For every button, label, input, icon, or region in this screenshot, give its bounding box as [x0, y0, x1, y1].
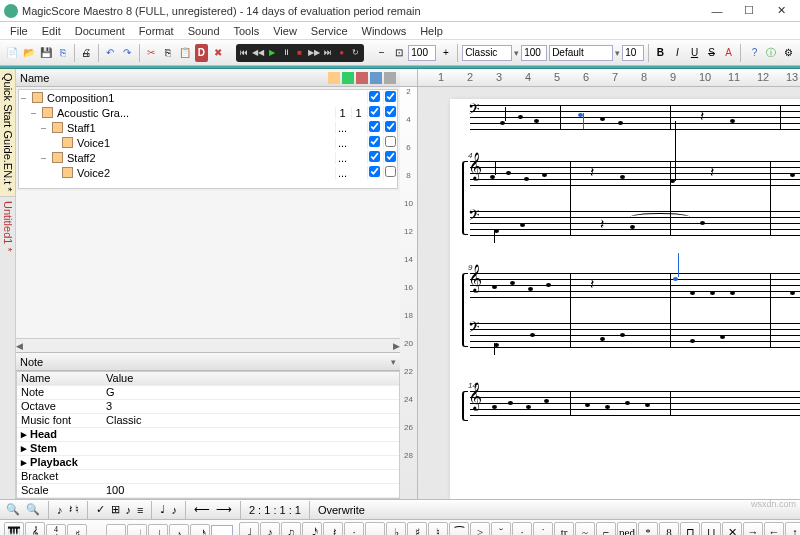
- menu-sound[interactable]: Sound: [182, 24, 226, 38]
- palette-button[interactable]: ·: [512, 522, 532, 535]
- print-button[interactable]: 🖨: [79, 44, 94, 62]
- open-button[interactable]: 📂: [21, 44, 36, 62]
- palette-button[interactable]: ♪: [260, 522, 280, 535]
- italic-button[interactable]: I: [670, 44, 685, 62]
- undo-button[interactable]: ↶: [103, 44, 118, 62]
- time-sig-button[interactable]: 44: [46, 524, 66, 535]
- record-button[interactable]: ●: [335, 45, 349, 61]
- stop-button[interactable]: ■: [293, 45, 307, 61]
- tree-row[interactable]: –Staff1...: [19, 120, 397, 135]
- copy-button[interactable]: ⎘: [161, 44, 176, 62]
- menu-help[interactable]: Help: [414, 24, 449, 38]
- tree-tool4-icon[interactable]: [370, 72, 382, 84]
- tab-quickstart[interactable]: Quick Start Guide.EN.t *: [0, 69, 15, 197]
- help-button[interactable]: ?: [747, 44, 762, 62]
- tab-untitled[interactable]: Untitled1 *: [0, 197, 15, 256]
- key-sig-button[interactable]: ♯: [67, 524, 87, 535]
- chevron-down-icon[interactable]: ▾: [391, 357, 396, 367]
- tree-row[interactable]: –Acoustic Gra...11: [19, 105, 397, 120]
- settings-button[interactable]: ⚙: [781, 44, 796, 62]
- property-row[interactable]: Octave3: [17, 400, 399, 414]
- score-page[interactable]: 𝄢 𝄽 4: [450, 99, 800, 499]
- info-button[interactable]: ⓘ: [764, 44, 779, 62]
- play-button[interactable]: ▶: [265, 45, 279, 61]
- palette-button[interactable]: >: [470, 522, 490, 535]
- font-select[interactable]: [549, 45, 613, 61]
- quarter-note-button[interactable]: ♩: [148, 524, 168, 535]
- sixteenth-note-button[interactable]: 𝅘𝅥𝅯: [190, 524, 210, 535]
- piano-icon[interactable]: 🎹: [4, 522, 24, 535]
- tree-tool3-icon[interactable]: [356, 72, 368, 84]
- property-row[interactable]: Music fontClassic: [17, 414, 399, 428]
- treble-clef-button[interactable]: 𝄞: [25, 522, 45, 535]
- palette-button[interactable]: ♩: [239, 522, 259, 535]
- whole-note-button[interactable]: 𝅝: [106, 524, 126, 535]
- menu-view[interactable]: View: [267, 24, 303, 38]
- palette-button[interactable]: →: [743, 522, 763, 535]
- menu-file[interactable]: File: [4, 24, 34, 38]
- tree-row[interactable]: –Staff2...: [19, 150, 397, 165]
- zoom-out-button[interactable]: −: [374, 44, 389, 62]
- minimize-button[interactable]: —: [702, 2, 732, 20]
- underline-button[interactable]: U: [687, 44, 702, 62]
- rewind-start-button[interactable]: ⏮: [237, 45, 251, 61]
- palette-button[interactable]: ⊓: [680, 522, 700, 535]
- palette-button[interactable]: ⌐: [596, 522, 616, 535]
- palette-button[interactable]: ♯: [407, 522, 427, 535]
- palette-button[interactable]: ♮: [428, 522, 448, 535]
- color-a-button[interactable]: A: [721, 44, 736, 62]
- forward-button[interactable]: ▶▶: [307, 45, 321, 61]
- palette-button[interactable]: ~: [575, 522, 595, 535]
- chevron-down-icon[interactable]: ▾: [514, 48, 519, 58]
- delete-button[interactable]: ✖: [210, 44, 225, 62]
- menu-service[interactable]: Service: [305, 24, 354, 38]
- tree-tool2-icon[interactable]: [342, 72, 354, 84]
- palette-button[interactable]: ped: [617, 522, 637, 535]
- palette-button[interactable]: ←: [764, 522, 784, 535]
- redo-button[interactable]: ↷: [120, 44, 135, 62]
- tree-row[interactable]: Voice2...: [19, 165, 397, 180]
- mode-d-button[interactable]: D: [195, 44, 208, 62]
- tree-hscroll[interactable]: ◀▶: [16, 338, 400, 352]
- forward-end-button[interactable]: ⏭: [321, 45, 335, 61]
- zoom-in-button[interactable]: +: [438, 44, 453, 62]
- style-select[interactable]: [462, 45, 512, 61]
- saveall-button[interactable]: ⎘: [55, 44, 70, 62]
- tree-tool1-icon[interactable]: [328, 72, 340, 84]
- palette-button[interactable]: tr: [554, 522, 574, 535]
- palette-button[interactable]: ⊔: [701, 522, 721, 535]
- zoom-input[interactable]: [408, 45, 436, 61]
- menu-edit[interactable]: Edit: [36, 24, 67, 38]
- menu-format[interactable]: Format: [133, 24, 180, 38]
- style-pct-input[interactable]: [521, 45, 547, 61]
- drum-num-input[interactable]: [211, 525, 233, 536]
- palette-button[interactable]: ✕: [722, 522, 742, 535]
- eighth-note-button[interactable]: ♪: [169, 524, 189, 535]
- menu-tools[interactable]: Tools: [228, 24, 266, 38]
- palette-button[interactable]: ˙: [533, 522, 553, 535]
- bold-button[interactable]: B: [653, 44, 668, 62]
- strike-button[interactable]: S: [704, 44, 719, 62]
- palette-button[interactable]: *: [638, 522, 658, 535]
- zoom-fit-button[interactable]: ⊡: [391, 44, 406, 62]
- palette-button[interactable]: ‥: [365, 522, 385, 535]
- palette-button[interactable]: 8: [659, 522, 679, 535]
- menu-windows[interactable]: Windows: [356, 24, 413, 38]
- palette-button[interactable]: ♭: [386, 522, 406, 535]
- composition-tree[interactable]: –Composition1–Acoustic Gra...11–Staff1..…: [18, 89, 398, 189]
- palette-button[interactable]: ·: [344, 522, 364, 535]
- menu-document[interactable]: Document: [69, 24, 131, 38]
- tree-tool5-icon[interactable]: [384, 72, 396, 84]
- loop-button[interactable]: ↻: [349, 45, 363, 61]
- palette-button[interactable]: ♫: [281, 522, 301, 535]
- score-view[interactable]: 1234567891011121314151617181920 24681012…: [400, 69, 800, 499]
- palette-button[interactable]: 𝄽: [323, 522, 343, 535]
- property-row[interactable]: ▸ Stem: [17, 442, 399, 456]
- font-size-input[interactable]: [622, 45, 644, 61]
- maximize-button[interactable]: ☐: [734, 2, 764, 20]
- close-button[interactable]: ✕: [766, 2, 796, 20]
- tree-row[interactable]: –Composition1: [19, 90, 397, 105]
- palette-button[interactable]: ˘: [491, 522, 511, 535]
- property-row[interactable]: NoteG: [17, 386, 399, 400]
- tree-row[interactable]: Voice1...: [19, 135, 397, 150]
